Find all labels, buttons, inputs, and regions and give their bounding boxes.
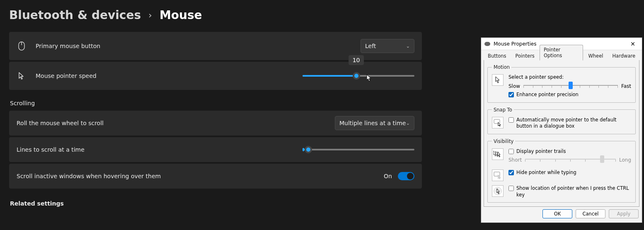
dialog-tabs: Buttons Pointers Pointer Options Wheel H… [481,50,642,60]
slow-label: Slow [508,83,520,89]
checkbox-input[interactable] [508,92,514,97]
pointer-speed-slider[interactable] [523,82,618,90]
pointer-speed-label: Mouse pointer speed [36,73,97,79]
tab-wheel[interactable]: Wheel [584,51,607,61]
lines-to-scroll-row: Lines to scroll at a time [9,137,422,162]
roll-wheel-row: Roll the mouse wheel to scroll Multiple … [9,111,422,136]
lines-to-scroll-slider[interactable] [303,149,414,150]
tab-pointers[interactable]: Pointers [511,51,539,61]
tab-pointer-options-body: Motion Select a pointer speed: Slow Fas [484,60,639,207]
primary-mouse-button-label: Primary mouse button [36,43,100,49]
pointer-speed-label: Select a pointer speed: [508,74,631,80]
tab-hardware[interactable]: Hardware [608,51,639,61]
short-label: Short [508,157,522,163]
mouse-icon [17,41,27,51]
pointer-trails-icon [492,148,504,160]
breadcrumb: Bluetooth & devices › Mouse [9,8,422,22]
checkbox-label: Hide pointer while typing [516,169,576,176]
checkbox-input[interactable] [508,149,514,154]
hide-pointer-checkbox[interactable]: Hide pointer while typing [508,169,631,176]
fast-label: Fast [621,83,631,89]
hide-pointer-icon [492,169,504,181]
snap-to-group: Snap To Automatically move pointer to th… [487,107,636,134]
ok-button[interactable]: OK [542,209,572,218]
visibility-group: Visibility Display pointer trails Short [487,138,636,203]
cursor-icon [17,72,27,80]
related-settings-header: Related settings [10,200,422,207]
breadcrumb-parent[interactable]: Bluetooth & devices [9,8,141,22]
pointer-speed-row: Mouse pointer speed 10 [9,62,422,90]
mouse-properties-dialog: Mouse Properties ✕ Buttons Pointers Poin… [481,37,642,223]
snap-to-icon [492,117,504,128]
dropdown-value: Multiple lines at a time [339,120,406,126]
primary-mouse-button-dropdown[interactable]: Left ⌄ [361,39,414,53]
pointer-speed-slider[interactable]: 10 [303,75,414,77]
chevron-down-icon: ⌄ [406,44,410,49]
apply-button[interactable]: Apply [609,209,639,218]
visibility-legend: Visibility [492,138,515,144]
roll-wheel-dropdown[interactable]: Multiple lines at a time ⌄ [335,116,414,130]
checkbox-input[interactable] [508,117,514,123]
scrolling-section-header: Scrolling [10,100,422,107]
ctrl-locate-checkbox[interactable]: Show location of pointer when I press th… [508,185,631,198]
enhance-precision-checkbox[interactable]: Enhance pointer precision [508,92,631,98]
toggle-state-label: On [384,173,392,179]
cursor-icon [492,74,504,86]
cancel-button[interactable]: Cancel [576,209,605,218]
settings-page: Bluetooth & devices › Mouse Primary mous… [0,0,431,219]
checkbox-label: Automatically move pointer to the defaul… [516,117,631,130]
chevron-right-icon: › [148,10,152,20]
lines-to-scroll-label: Lines to scroll at a time [17,146,85,153]
chevron-down-icon: ⌄ [406,121,410,126]
trails-length-slider [525,156,616,164]
dialog-button-row: OK Cancel Apply [481,207,642,221]
ctrl-locate-icon [492,185,504,197]
tab-pointer-options[interactable]: Pointer Options [540,45,583,61]
pointer-trails-checkbox[interactable]: Display pointer trails [508,148,631,155]
scroll-inactive-label: Scroll inactive windows when hovering ov… [17,173,161,179]
motion-group: Motion Select a pointer speed: Slow Fas [487,64,636,103]
long-label: Long [619,157,631,163]
close-button[interactable]: ✕ [627,41,639,47]
tab-buttons[interactable]: Buttons [484,51,511,61]
svg-rect-3 [494,172,500,176]
snap-to-checkbox[interactable]: Automatically move pointer to the defaul… [508,117,631,130]
scroll-inactive-row: Scroll inactive windows when hovering ov… [9,164,422,189]
checkbox-label: Show location of pointer when I press th… [516,185,631,198]
roll-wheel-label: Roll the mouse wheel to scroll [17,120,104,126]
checkbox-label: Enhance pointer precision [516,92,579,98]
motion-legend: Motion [492,64,511,70]
checkbox-label: Display pointer trails [516,148,566,155]
mouse-icon [484,42,490,46]
dropdown-value: Left [365,43,376,49]
checkbox-input[interactable] [508,186,514,191]
snap-to-legend: Snap To [492,107,514,113]
slider-tooltip: 10 [349,55,364,65]
scroll-inactive-toggle[interactable] [398,172,414,180]
page-title: Mouse [160,8,202,22]
checkbox-input[interactable] [508,170,514,175]
